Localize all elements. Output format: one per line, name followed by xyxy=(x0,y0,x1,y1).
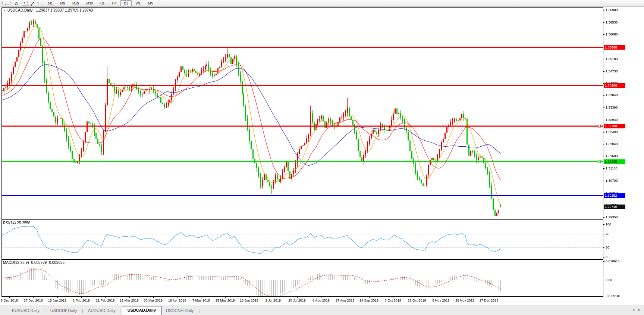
date-tick-label: 3 Oct 2019 xyxy=(385,299,401,302)
date-tick-label: 9 Nov 2019 xyxy=(432,299,449,302)
collapse-triangle-icon[interactable]: ▼ xyxy=(3,9,6,12)
price-line-badge[interactable]: 1.31405 xyxy=(604,159,625,164)
price-tick-label: 1.30700 xyxy=(606,179,618,183)
price-tick-label: 1.33840 xyxy=(606,93,618,97)
rsi-label: RSI(14) 25.2556 xyxy=(3,221,30,225)
price-line-badge[interactable]: 1.34206 xyxy=(604,83,625,88)
date-tick-label: 2 Jul 2019 xyxy=(266,299,281,302)
price-tick-label: 1.29350 xyxy=(606,215,618,219)
price-tick-label: 1.32940 xyxy=(606,118,618,122)
rsi-tick-label: 70 xyxy=(606,232,609,236)
symbol-title: USDCAD,Daily xyxy=(7,8,32,12)
tab-usdchf[interactable]: USDCHF,Daily xyxy=(46,307,82,315)
macd-tick-label: 0.010615 xyxy=(606,259,620,263)
tab-usdcad[interactable]: USDCAD,Daily xyxy=(122,306,161,315)
chart-title: ▼USDCAD,Daily1.29837 1.29837 1.29709 1.2… xyxy=(3,8,93,12)
date-tick-label: 2 Feb 2019 xyxy=(73,299,90,302)
date-tick-label: 25 May 2019 xyxy=(216,299,235,302)
price-tick-label: 1.32040 xyxy=(606,142,618,146)
macd-tick-label: 0.00 xyxy=(606,278,612,282)
tab-scroll-left-icon[interactable]: ◄ xyxy=(632,308,638,312)
date-tick-label: 18 Apr 2019 xyxy=(168,299,186,302)
date-tick-label: 28 Nov 2019 xyxy=(455,299,474,302)
price-tick-label: 1.36080 xyxy=(606,32,618,36)
tab-eurusd[interactable]: EURUSD,Daily xyxy=(7,307,44,315)
price-tick-label: 1.31600 xyxy=(606,154,618,158)
macd-tick-label: -0.009181 xyxy=(606,294,621,298)
date-tick-label: 22 Oct 2019 xyxy=(408,299,426,302)
rsi-tick-label: 100 xyxy=(606,222,611,226)
tab-divider: | xyxy=(198,308,200,315)
price-tick-label: 1.36980 xyxy=(606,8,618,12)
price-line-badge[interactable]: 1.35606 xyxy=(604,45,625,50)
price-tick-label: 1.31150 xyxy=(606,166,618,170)
date-tick-label: 17 Dec 2019 xyxy=(479,299,498,302)
price-chart-canvas[interactable] xyxy=(0,0,644,315)
price-tick-label: 1.34730 xyxy=(606,69,618,73)
date-tick-label: 27 Aug 2019 xyxy=(336,299,355,302)
ohlc-quotes: 1.29837 1.29837 1.29709 1.29740 xyxy=(36,8,93,12)
date-tick-label: 27 Dec 2018 xyxy=(24,299,43,302)
date-tick-label: 30 Mar 2019 xyxy=(144,299,163,302)
price-tick-label: 1.32490 xyxy=(606,130,618,134)
date-tick-label: 8 Dec 2018 xyxy=(1,299,18,302)
tab-audusd[interactable]: AUDUSD,Daily xyxy=(84,307,120,315)
price-tick-label: 1.36530 xyxy=(606,21,618,24)
rsi-tick-label: 0 xyxy=(606,255,607,259)
date-tick-label: 15 Jan 2019 xyxy=(48,299,67,302)
price-tick-label: 1.35180 xyxy=(606,57,618,61)
macd-label: MACD(12,26,9) -0.005789 -0.003635 xyxy=(3,261,65,265)
tab-scroll-arrows: ◄► xyxy=(632,308,644,312)
price-tick-label: 1.33390 xyxy=(606,106,618,109)
price-line-badge[interactable]: 1.29740 xyxy=(604,205,625,209)
date-tick-label: 7 May 2019 xyxy=(192,299,210,302)
chart-tab-bar: EURUSD,Daily|USDCHF,Daily|AUDUSD,Daily|U… xyxy=(0,305,644,315)
rsi-tick-label: 30 xyxy=(606,246,609,249)
date-tick-label: 21 Feb 2019 xyxy=(96,299,115,302)
date-tick-label: 14 Sep 2019 xyxy=(359,299,378,302)
date-tick-label: 20 Jul 2019 xyxy=(288,299,306,302)
date-tick-label: 12 Mar 2019 xyxy=(120,299,139,302)
price-line-badge[interactable]: 1.32700 xyxy=(604,124,625,128)
date-tick-label: 8 Aug 2019 xyxy=(312,299,330,302)
date-tick-label: 13 Jun 2019 xyxy=(240,299,258,302)
price-line-badge[interactable]: 1.30152 xyxy=(604,193,625,198)
tab-scroll-right-icon[interactable]: ► xyxy=(638,308,644,312)
tab-usdcnh[interactable]: USDCNH,Daily xyxy=(161,307,198,315)
